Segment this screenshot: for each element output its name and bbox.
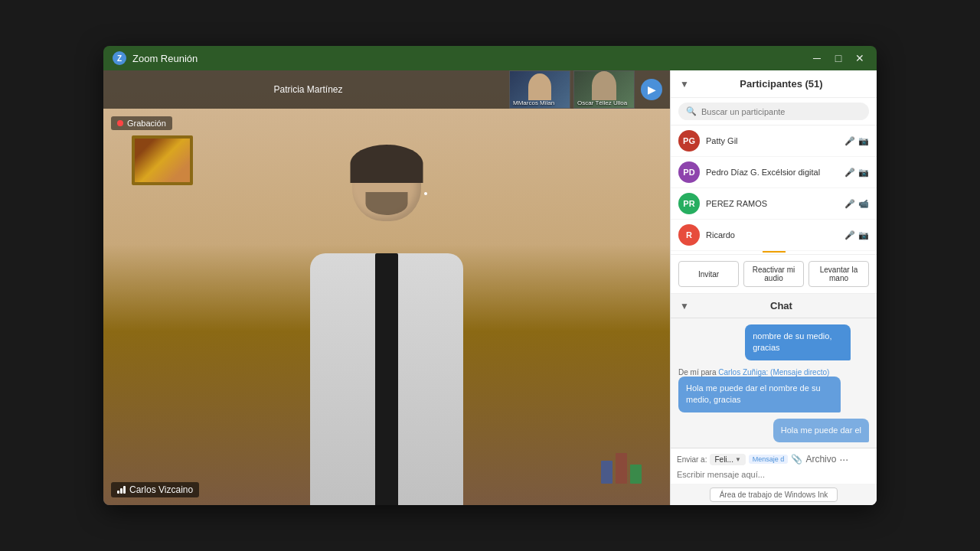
person-hair <box>351 145 423 183</box>
participant-item: R Ricardo 🎤 📷 <box>671 220 877 251</box>
recipient-dropdown-icon: ▼ <box>735 456 741 463</box>
message-type-tag: Mensaje d <box>749 455 789 464</box>
main-video: Patricia Martínez MMarcos Milan Oscar Té… <box>103 70 670 505</box>
book2 <box>616 453 627 484</box>
participant-controls: 🎤 📹 <box>844 199 869 209</box>
desk-items <box>601 453 642 484</box>
video-off-icon: 📷 <box>858 168 869 178</box>
mute-icon: 🎤 <box>844 230 855 240</box>
thumbnail-2: Oscar Téllez Ulloa <box>573 70 635 109</box>
chat-bubble-2: Hola me puede dar el nombre de su medio,… <box>678 377 841 412</box>
chat-meta: De mí para Carlos Zuñiga: (Mensaje direc… <box>678 368 869 377</box>
signal-icon <box>117 486 126 494</box>
participants-title: Participantes (51) <box>695 78 867 90</box>
chat-bubble-3: Hola me puede dar el <box>773 419 869 442</box>
participants-header: ▼ Participantes (51) <box>671 70 877 98</box>
participants-section: ▼ Participantes (51) 🔍 PG Patt <box>671 70 877 294</box>
avatar: PR <box>678 193 700 214</box>
right-panel: ▼ Participantes (51) 🔍 PG Patt <box>670 70 877 505</box>
action-buttons: Invitar Reactivar mi audio Levantar la m… <box>671 254 877 294</box>
titlebar: Z Zoom Reunión ─ □ ✕ <box>103 46 877 70</box>
mute-icon: 🎤 <box>844 168 855 178</box>
active-indicator <box>763 251 786 253</box>
person-head <box>352 148 421 221</box>
recipient-selector[interactable]: Feli... ▼ <box>710 454 745 465</box>
bar2 <box>120 488 122 494</box>
host-name-label: Patricia Martínez <box>111 84 505 95</box>
top-video-bar: Patricia Martínez MMarcos Milan Oscar Té… <box>103 70 670 109</box>
search-box: 🔍 <box>671 98 877 126</box>
raise-hand-button[interactable]: Levantar la mano <box>808 261 869 287</box>
chat-message-2-wrapper: De mí para Carlos Zuñiga: (Mensaje direc… <box>678 367 869 412</box>
main-content: Patricia Martínez MMarcos Milan Oscar Té… <box>103 70 877 505</box>
thumb-person-1 <box>528 73 551 100</box>
video-on-icon: 📹 <box>858 199 869 209</box>
participant-controls: 🎤 📷 <box>844 168 869 178</box>
chat-footer: Enviar a: Feli... ▼ Mensaje d 📎 Archivo … <box>671 448 877 484</box>
reactivate-audio-button[interactable]: Reactivar mi audio <box>743 261 804 287</box>
participant-item: PG Patty Gil 🎤 📷 <box>671 126 877 157</box>
chat-section: ▼ Chat nombre de su medio, gracias De mí… <box>671 294 877 505</box>
next-thumbnail-button[interactable]: ▶ <box>641 79 662 100</box>
recording-dot <box>117 120 123 126</box>
file-label: Archivo <box>805 454 836 465</box>
thumbnail-label-2: Oscar Téllez Ulloa <box>577 99 631 106</box>
person-beard <box>366 192 408 215</box>
minimize-button[interactable]: ─ <box>809 52 825 64</box>
attach-icon[interactable]: 📎 <box>791 454 802 465</box>
avatar: PG <box>678 130 700 152</box>
participant-item: PR PEREZ RAMOS 🎤 📹 <box>671 188 877 220</box>
recipient-text: Feli... <box>714 455 733 464</box>
search-participant-input[interactable] <box>701 107 861 116</box>
earbuds <box>424 192 427 195</box>
mute-icon: 🎤 <box>844 136 855 146</box>
bar1 <box>117 491 119 494</box>
close-button[interactable]: ✕ <box>852 52 867 64</box>
jacket-zipper <box>375 253 398 505</box>
participant-item: PD Pedro Díaz G. Excélsior digital 🎤 📷 <box>671 157 877 188</box>
mute-icon: 🎤 <box>844 199 855 209</box>
chat-message-1: nombre de su medio, gracias <box>745 324 869 360</box>
send-to-row: Enviar a: Feli... ▼ Mensaje d 📎 Archivo … <box>677 453 871 465</box>
participant-controls: 🎤 📷 <box>844 136 869 146</box>
participant-controls: 🎤 📷 <box>844 230 869 240</box>
video-off-icon: 📷 <box>858 230 869 240</box>
chat-bubble: nombre de su medio, gracias <box>745 324 851 360</box>
search-icon: 🔍 <box>686 106 697 116</box>
participants-collapse-icon[interactable]: ▼ <box>680 79 689 90</box>
participant-name: Pedro Díaz G. Excélsior digital <box>706 168 838 177</box>
send-to-label: Enviar a: <box>677 455 707 464</box>
zoom-window: Z Zoom Reunión ─ □ ✕ <box>103 46 877 505</box>
video-off-icon: 📷 <box>858 136 869 146</box>
message-input[interactable] <box>677 470 871 479</box>
book1 <box>601 461 612 484</box>
avatar: PD <box>678 161 700 183</box>
chat-collapse-icon[interactable]: ▼ <box>680 301 689 311</box>
bar3 <box>123 486 126 494</box>
ink-badge-label: Área de trabajo de Windows Ink <box>710 487 838 502</box>
invite-button[interactable]: Invitar <box>678 261 739 287</box>
app-logo: Z <box>113 51 126 65</box>
thumbnail-label-1: MMarcos Milan <box>513 99 567 106</box>
ink-badge: Área de trabajo de Windows Ink <box>671 484 877 505</box>
speaker-name-label: Carlos Vizcaino <box>129 484 193 495</box>
message-input-row <box>677 470 871 479</box>
video-area: Patricia Martínez MMarcos Milan Oscar Té… <box>103 70 670 505</box>
book3 <box>630 465 642 484</box>
thumbnail-strip: MMarcos Milan Oscar Téllez Ulloa ▶ <box>509 70 662 109</box>
more-options-icon[interactable]: ··· <box>839 453 848 465</box>
maximize-button[interactable]: □ <box>831 52 846 64</box>
window-title: Zoom Reunión <box>132 53 809 64</box>
recording-badge: Grabación <box>111 116 172 130</box>
avatar: R <box>678 224 700 246</box>
thumb-person-2 <box>592 71 616 100</box>
chat-messages: nombre de su medio, gracias De mí para C… <box>671 318 877 448</box>
chat-title: Chat <box>695 300 867 311</box>
painting <box>132 135 193 185</box>
participant-name: Ricardo <box>706 230 838 240</box>
participant-list: PG Patty Gil 🎤 📷 PD Pedro Díaz G. <box>671 126 877 251</box>
participant-name: Patty Gil <box>706 136 838 145</box>
search-wrapper: 🔍 <box>678 103 869 120</box>
speaker-name-badge: Carlos Vizcaino <box>111 482 199 497</box>
recording-label: Grabación <box>127 119 166 128</box>
